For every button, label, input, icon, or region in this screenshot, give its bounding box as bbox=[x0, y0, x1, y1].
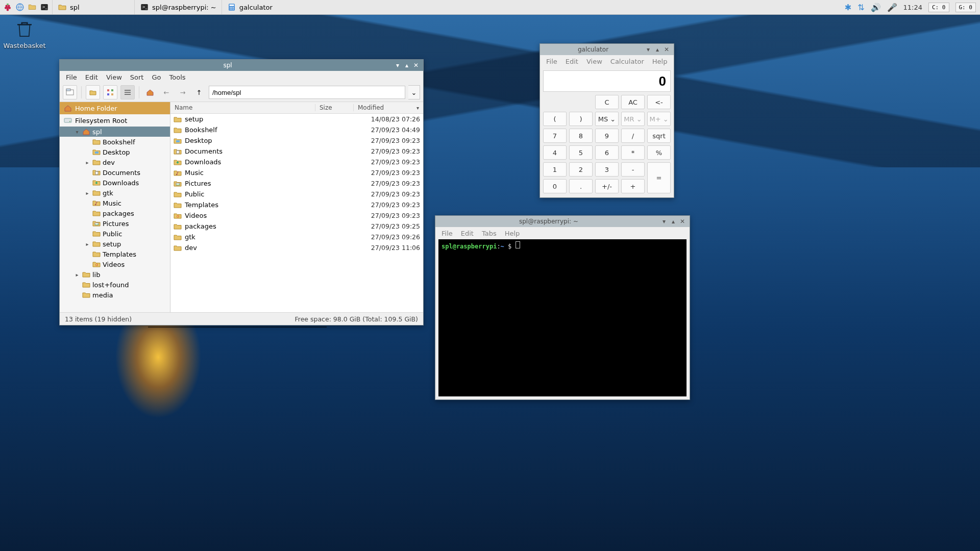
calc-key-key[interactable]: ) bbox=[569, 112, 593, 126]
list-item[interactable]: Videos27/09/23 09:23 bbox=[170, 210, 423, 221]
list-item[interactable]: Pictures27/09/23 09:23 bbox=[170, 178, 423, 189]
calc-key-4[interactable]: 4 bbox=[543, 145, 567, 160]
home-button[interactable] bbox=[143, 86, 157, 99]
tree-item-music[interactable]: Music bbox=[60, 198, 170, 208]
fm-menu-edit[interactable]: Edit bbox=[82, 72, 101, 82]
list-item[interactable]: Documents27/09/23 09:23 bbox=[170, 146, 423, 157]
tree-item-setup[interactable]: ▸setup bbox=[60, 239, 170, 249]
taskbar-item[interactable]: galculator bbox=[222, 0, 304, 14]
expander-icon[interactable]: ▸ bbox=[84, 190, 90, 196]
calc-menu-calculator[interactable]: Calculator bbox=[607, 57, 647, 66]
expander-icon[interactable]: ▾ bbox=[74, 129, 80, 135]
tree-item-desktop[interactable]: Desktop bbox=[60, 147, 170, 157]
calc-key-8[interactable]: 8 bbox=[569, 129, 593, 143]
expander-icon[interactable]: ▸ bbox=[84, 241, 90, 247]
calc-key-6[interactable]: 6 bbox=[595, 145, 619, 160]
list-item[interactable]: Desktop27/09/23 09:23 bbox=[170, 135, 423, 146]
column-name[interactable]: Name bbox=[170, 104, 315, 111]
calc-menu-edit[interactable]: Edit bbox=[562, 57, 581, 66]
maximize-icon[interactable]: ▴ bbox=[669, 217, 677, 226]
calc-key-key[interactable]: ( bbox=[543, 112, 567, 126]
fm-menu-view[interactable]: View bbox=[103, 72, 125, 82]
tree-item-gtk[interactable]: ▸gtk bbox=[60, 188, 170, 198]
calc-key-key[interactable]: <- bbox=[647, 95, 671, 109]
tree-item-packages[interactable]: packages bbox=[60, 208, 170, 218]
tree-item-dev[interactable]: ▸dev bbox=[60, 157, 170, 167]
calc-menu-file[interactable]: File bbox=[543, 57, 560, 66]
calc-key-ac[interactable]: AC bbox=[621, 95, 645, 109]
calc-key-key[interactable]: % bbox=[647, 145, 671, 160]
calc-menu-view[interactable]: View bbox=[583, 57, 605, 66]
calc-key-key[interactable]: +/- bbox=[595, 179, 619, 193]
back-button[interactable]: ← bbox=[160, 86, 173, 99]
columns-header[interactable]: Name Size Modified ▾ bbox=[170, 102, 423, 114]
calc-key-key[interactable]: . bbox=[569, 179, 593, 193]
path-dropdown-icon[interactable]: ⌄ bbox=[408, 85, 420, 99]
list-item[interactable]: dev27/09/23 11:06 bbox=[170, 242, 423, 253]
calc-key-7[interactable]: 7 bbox=[543, 129, 567, 143]
tree-item-public[interactable]: Public bbox=[60, 229, 170, 239]
tree-item-spl[interactable]: ▾spl bbox=[60, 127, 170, 137]
list-item[interactable]: Public27/09/23 09:23 bbox=[170, 189, 423, 199]
sidebar-place-home-folder[interactable]: Home Folder bbox=[60, 102, 170, 114]
tree-item-bookshelf[interactable]: Bookshelf bbox=[60, 137, 170, 147]
calc-key-1[interactable]: 1 bbox=[543, 162, 567, 177]
minimize-icon[interactable]: ▾ bbox=[394, 61, 402, 69]
tree-item-lost-found[interactable]: lost+found bbox=[60, 280, 170, 290]
menu-raspberry-icon[interactable] bbox=[2, 2, 13, 13]
calc-key-2[interactable]: 2 bbox=[569, 162, 593, 177]
forward-button[interactable]: → bbox=[176, 86, 189, 99]
term-menu-edit[interactable]: Edit bbox=[458, 229, 477, 238]
calc-key-m[interactable]: M+ ⌄ bbox=[647, 112, 671, 126]
list-item[interactable]: packages27/09/23 09:25 bbox=[170, 221, 423, 232]
calc-key-key[interactable]: * bbox=[621, 145, 645, 160]
calc-key-key[interactable]: = bbox=[647, 162, 671, 193]
tree-item-templates[interactable]: Templates bbox=[60, 249, 170, 259]
column-size[interactable]: Size bbox=[315, 104, 354, 111]
calc-menu-help[interactable]: Help bbox=[649, 57, 671, 66]
close-icon[interactable]: ✕ bbox=[412, 61, 420, 69]
browser-launcher-icon[interactable] bbox=[14, 2, 26, 13]
terminal-titlebar[interactable]: spl@raspberrypi: ~ ▾ ▴ ✕ bbox=[435, 216, 690, 227]
calc-key-c[interactable]: C bbox=[595, 95, 619, 109]
calc-key-0[interactable]: 0 bbox=[543, 179, 567, 193]
term-menu-file[interactable]: File bbox=[438, 229, 456, 238]
expander-icon[interactable]: ▸ bbox=[74, 272, 80, 278]
icon-view-button[interactable] bbox=[86, 85, 100, 99]
fm-menu-tools[interactable]: Tools bbox=[166, 72, 189, 82]
list-item[interactable]: Downloads27/09/23 09:23 bbox=[170, 157, 423, 167]
fm-menu-go[interactable]: Go bbox=[149, 72, 164, 82]
tree-item-videos[interactable]: Videos bbox=[60, 259, 170, 269]
list-item[interactable]: setup14/08/23 07:26 bbox=[170, 114, 423, 124]
calc-key-key[interactable]: + bbox=[621, 179, 645, 193]
maximize-icon[interactable]: ▴ bbox=[653, 45, 662, 54]
tree-item-lib[interactable]: ▸lib bbox=[60, 269, 170, 280]
calc-key-5[interactable]: 5 bbox=[569, 145, 593, 160]
calculator-titlebar[interactable]: galculator ▾ ▴ ✕ bbox=[540, 44, 674, 55]
taskbar-item[interactable]: spl bbox=[52, 0, 134, 14]
calc-key-ms[interactable]: MS ⌄ bbox=[595, 112, 619, 126]
sidebar-place-filesystem-root[interactable]: Filesystem Root bbox=[60, 114, 170, 127]
tree-item-downloads[interactable]: Downloads bbox=[60, 178, 170, 188]
maximize-icon[interactable]: ▴ bbox=[403, 61, 411, 69]
calc-key-sqrt[interactable]: sqrt bbox=[647, 129, 671, 143]
taskbar-item[interactable]: >_spl@raspberrypi: ~ bbox=[134, 0, 222, 14]
calc-key-9[interactable]: 9 bbox=[595, 129, 619, 143]
column-modified[interactable]: Modified ▾ bbox=[354, 104, 423, 111]
fm-menu-sort[interactable]: Sort bbox=[127, 72, 147, 82]
calc-key-3[interactable]: 3 bbox=[595, 162, 619, 177]
tree-item-pictures[interactable]: Pictures bbox=[60, 218, 170, 229]
calc-key-key[interactable]: - bbox=[621, 162, 645, 177]
file-manager-titlebar[interactable]: spl ▾ ▴ ✕ bbox=[60, 60, 423, 71]
term-menu-help[interactable]: Help bbox=[502, 229, 523, 238]
close-icon[interactable]: ✕ bbox=[678, 217, 687, 226]
terminal-launcher-icon[interactable]: >_ bbox=[39, 2, 50, 13]
expander-icon[interactable]: ▸ bbox=[84, 160, 90, 165]
tree-item-media[interactable]: media bbox=[60, 290, 170, 300]
calc-key-mr[interactable]: MR ⌄ bbox=[621, 112, 645, 126]
up-button[interactable]: ↑ bbox=[192, 86, 206, 99]
calc-key-key[interactable]: / bbox=[621, 129, 645, 143]
list-item[interactable]: Music27/09/23 09:23 bbox=[170, 167, 423, 178]
tree-item-documents[interactable]: Documents bbox=[60, 167, 170, 178]
desktop-icon-wastebasket[interactable]: Wastebasket bbox=[3, 18, 46, 49]
